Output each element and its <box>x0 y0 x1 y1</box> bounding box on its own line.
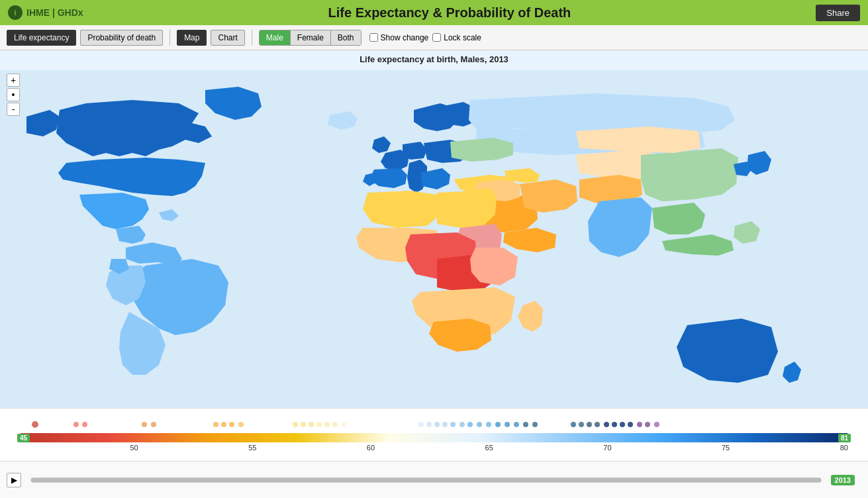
scale-labels: 50 55 60 65 70 75 80 <box>20 444 848 452</box>
dot-cluster-red <box>73 419 93 433</box>
header-logo-area: i IHME | GHDx <box>8 5 83 20</box>
lock-scale-checkbox[interactable] <box>432 33 441 42</box>
zoom-controls: + • - <box>7 74 20 116</box>
svg-point-30 <box>532 422 538 427</box>
timeline-slider[interactable] <box>30 477 822 483</box>
svg-point-13 <box>316 422 322 427</box>
svg-point-31 <box>571 422 576 427</box>
scale-label-65: 65 <box>485 444 493 452</box>
scale-label-50: 50 <box>130 444 138 452</box>
svg-point-1 <box>32 421 38 428</box>
dot-cluster-orange-red <box>139 419 172 433</box>
scale-min-badge: 45 <box>17 434 30 442</box>
play-icon: ▶ <box>11 475 17 485</box>
year-badge: 2013 <box>831 475 855 485</box>
svg-point-41 <box>654 422 659 427</box>
svg-point-21 <box>450 422 456 427</box>
scale-label-70: 70 <box>603 444 611 452</box>
svg-point-32 <box>579 422 584 427</box>
kazakhstan-mongolia[interactable] <box>576 126 700 153</box>
svg-point-22 <box>459 422 465 427</box>
svg-point-16 <box>342 422 347 427</box>
zoom-out-button[interactable]: - <box>7 103 20 116</box>
svg-point-40 <box>645 422 650 427</box>
svg-point-3 <box>82 422 87 427</box>
zoom-in-button[interactable]: + <box>7 74 20 87</box>
svg-point-33 <box>587 422 592 427</box>
both-button[interactable]: Both <box>331 30 361 45</box>
scale-label-75: 75 <box>722 444 730 452</box>
female-button[interactable]: Female <box>291 30 331 45</box>
toolbar: Life expectancy Probability of death Map… <box>0 25 868 50</box>
svg-point-34 <box>595 422 600 427</box>
egypt[interactable] <box>460 188 497 221</box>
svg-point-28 <box>514 422 519 427</box>
map-tab[interactable]: Map <box>177 30 207 46</box>
svg-point-23 <box>467 422 473 427</box>
russia[interactable] <box>469 93 735 133</box>
svg-point-38 <box>628 422 633 427</box>
svg-point-5 <box>151 422 156 427</box>
svg-point-25 <box>486 422 491 427</box>
gender-selector: Male Female Both <box>259 30 362 46</box>
dot-cluster-far-left <box>30 419 50 433</box>
svg-point-10 <box>293 422 298 427</box>
svg-point-36 <box>612 422 617 427</box>
svg-point-8 <box>229 422 234 427</box>
svg-point-27 <box>505 422 510 427</box>
timeline-fill <box>31 478 821 482</box>
show-change-label[interactable]: Show change <box>369 33 429 42</box>
chart-tab[interactable]: Chart <box>211 30 244 46</box>
svg-point-2 <box>73 422 79 427</box>
scale-label-60: 60 <box>367 444 375 452</box>
page-title: Life Expectancy & Probability of Death <box>83 5 816 21</box>
gradient-bar: 45 81 <box>20 433 848 442</box>
ihme-logo: i <box>8 5 23 20</box>
world-map[interactable] <box>0 70 868 408</box>
scale-label-80: 80 <box>840 444 848 452</box>
lock-scale-label[interactable]: Lock scale <box>432 33 481 42</box>
life-expectancy-tab[interactable]: Life expectancy <box>7 30 76 46</box>
male-button[interactable]: Male <box>260 30 291 45</box>
zoom-dot-button[interactable]: • <box>7 88 20 101</box>
toolbar-divider-2 <box>252 30 252 46</box>
southeast-asia[interactable] <box>652 203 705 234</box>
scale-max-badge: 81 <box>838 434 851 442</box>
dots-row <box>20 419 848 432</box>
svg-point-20 <box>442 422 448 427</box>
svg-point-29 <box>523 422 528 427</box>
share-button[interactable]: Share <box>816 5 860 21</box>
dot-cluster-yellow <box>291 419 358 433</box>
scale-bar: 45 81 50 55 60 65 70 75 80 <box>0 408 868 461</box>
dot-cluster-orange <box>212 419 252 433</box>
probability-tab[interactable]: Probability of death <box>80 30 163 46</box>
bottom-bar: ▶ 2013 <box>0 461 868 498</box>
app-header: i IHME | GHDx Life Expectancy & Probabil… <box>0 0 868 25</box>
play-button[interactable]: ▶ <box>7 473 21 487</box>
dot-cluster-light-blue <box>417 419 550 433</box>
header-logo-text: IHME | GHDx <box>26 7 83 18</box>
toolbar-divider <box>169 30 170 46</box>
svg-point-6 <box>213 422 218 427</box>
svg-point-12 <box>309 422 314 427</box>
svg-point-18 <box>426 422 432 427</box>
svg-point-15 <box>332 422 338 427</box>
map-title: Life expectancy at birth, Males, 2013 <box>0 50 868 68</box>
svg-point-11 <box>301 422 306 427</box>
svg-point-19 <box>434 422 440 427</box>
scale-label-55: 55 <box>248 444 256 452</box>
map-container: Life expectancy at birth, Males, 2013 + … <box>0 50 868 408</box>
svg-point-37 <box>620 422 625 427</box>
svg-point-39 <box>637 422 642 427</box>
svg-point-26 <box>495 422 501 427</box>
svg-point-24 <box>477 422 482 427</box>
svg-point-17 <box>418 422 424 427</box>
show-change-checkbox[interactable] <box>369 33 378 42</box>
north-africa-west[interactable] <box>363 191 440 228</box>
svg-point-14 <box>324 422 330 427</box>
svg-point-4 <box>142 422 147 427</box>
svg-point-35 <box>604 422 609 427</box>
svg-point-9 <box>238 422 244 427</box>
svg-point-7 <box>221 422 226 427</box>
dot-cluster-dark-blue <box>569 419 768 433</box>
